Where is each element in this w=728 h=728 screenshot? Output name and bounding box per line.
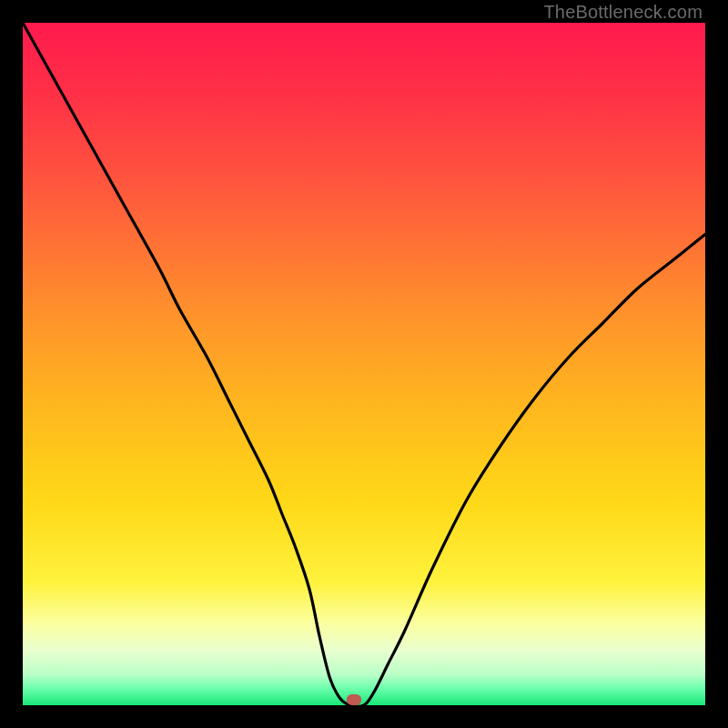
bottleneck-curve [23,23,705,705]
plot-area [23,23,705,705]
optimal-marker-icon [347,694,361,705]
watermark-text: TheBottleneck.com [543,2,703,23]
outer-frame: TheBottleneck.com [0,0,728,728]
